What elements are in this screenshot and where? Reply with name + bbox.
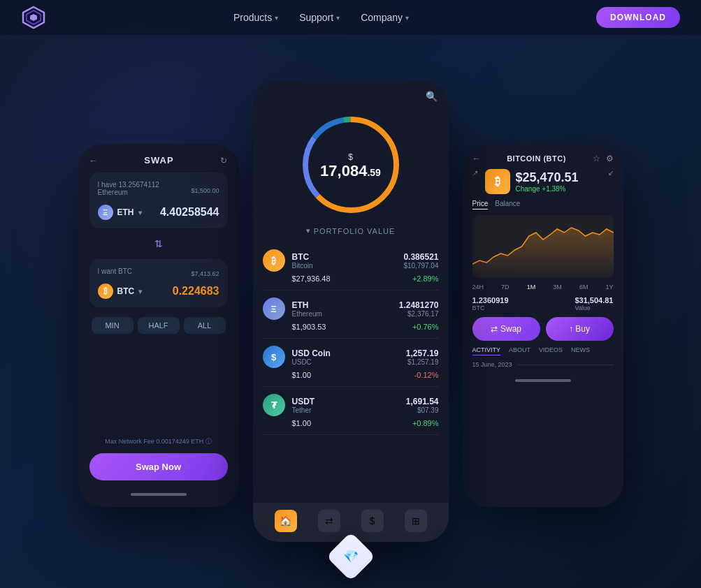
bnav-swap[interactable]: ⇄ (318, 510, 340, 532)
btc-amount: 0.224683 (173, 285, 219, 297)
usdc-change: -0.12% (414, 371, 439, 379)
usdt-price: $1.00 (292, 419, 312, 427)
swap-want-card: I want BTC $7,413.62 ₿ BTC ▾ 0.224683 (89, 259, 228, 307)
download-button[interactable]: DOWNLOAD (596, 7, 680, 28)
tab-price[interactable]: Price (472, 200, 489, 210)
activity-date-row: 15 June, 2023 (472, 361, 614, 368)
usdt-fiat-amount: $07.39 (406, 406, 439, 414)
nav-products[interactable]: Products ▾ (233, 12, 278, 23)
chevron-down-icon: ▾ (275, 14, 278, 22)
min-button[interactable]: MIN (92, 317, 133, 334)
nav-support[interactable]: Support ▾ (299, 12, 340, 23)
half-button[interactable]: HALF (138, 317, 180, 334)
bitcoin-detail-phone: ← BITCOIN (BTC) ☆ ⚙ ↗ ₿ $25,470.51 (463, 144, 623, 507)
bnav-grid[interactable]: ⊞ (405, 510, 427, 532)
want-label: I want BTC (98, 267, 132, 275)
usdt-name: USDT (292, 397, 399, 406)
activity-tab-bar: ACTIVITY ABOUT VIDEOS NEWS (472, 346, 614, 355)
btc-current-price: $25,470.51 (516, 171, 579, 184)
swap-arrows-icon: ⇄ (491, 324, 498, 334)
bnav-home[interactable]: 🏠 (275, 510, 297, 532)
activity-divider (518, 365, 614, 365)
filter-6m[interactable]: 6M (579, 284, 588, 291)
portfolio-value-label: ▾ PORTFOLIO VALUE (306, 226, 396, 235)
usdt-asset-icon: ₮ (263, 394, 285, 416)
asset-item-btc[interactable]: ₿ BTC Bitcoin 0.386521 $10,797.04 $27,93… (263, 242, 439, 291)
portfolio-phone: 🔍 (253, 81, 449, 542)
network-fee: Max Network Fee 0.00174249 ETH ⓘ (89, 437, 228, 446)
filter-24h[interactable]: 24H (472, 284, 484, 291)
usdt-crypto-amount: 1,691.54 (406, 397, 439, 406)
asset-list: ₿ BTC Bitcoin 0.386521 $10,797.04 $27,93… (253, 242, 449, 503)
nav-company[interactable]: Company ▾ (361, 12, 409, 23)
usdc-name: USD Coin (292, 348, 399, 358)
main-content: ← SWAP ↻ I have 13.25674112 Ethereum $1,… (0, 35, 701, 588)
btc-dropdown-arrow[interactable]: ▾ (138, 288, 142, 295)
donut-chart: $ 17,084.59 (295, 109, 407, 221)
swap-phone: ← SWAP ↻ I have 13.25674112 Ethereum $1,… (78, 144, 239, 507)
filter-3m[interactable]: 3M (553, 284, 562, 291)
btc-large-icon: ₿ (485, 169, 510, 194)
btc-change: +2.89% (412, 274, 439, 283)
filter-1y[interactable]: 1Y (605, 284, 613, 291)
portfolio-value-display: $ 17,084.59 (320, 150, 381, 179)
btc-coin-title: BITCOIN (BTC) (507, 154, 566, 163)
btc-swap-button[interactable]: ⇄ Swap (472, 317, 540, 341)
back-arrow-icon[interactable]: ← (472, 154, 481, 163)
back-icon[interactable]: ← (89, 156, 98, 166)
btc-asset-icon: ₿ (263, 249, 285, 272)
all-button[interactable]: ALL (184, 317, 226, 334)
tab-videos[interactable]: VIDEOS (539, 346, 563, 355)
btc-price-area: ↗ ₿ $25,470.51 Change +1.38% ↙ (472, 169, 614, 194)
chevron-down-icon: ▾ (405, 14, 409, 22)
btc-change-pct: Change +1.38% (516, 185, 579, 193)
expand-icon[interactable]: ↗ (472, 169, 478, 177)
filter-7d[interactable]: 7D (501, 284, 510, 291)
have-usd: $1,500.00 (191, 187, 219, 194)
collapse-icon[interactable]: ↙ (608, 169, 614, 177)
tab-about[interactable]: ABOUT (509, 346, 530, 355)
home-indicator (131, 493, 187, 496)
asset-item-usdc[interactable]: $ USD Coin USDC 1,257.19 $1,257.19 $1.00… (263, 339, 439, 387)
btc-name: BTC (292, 252, 397, 262)
btc-price-chart (472, 215, 614, 278)
btc-coin-icon: ₿ (98, 284, 113, 299)
settings-icon[interactable]: ⚙ (606, 154, 614, 163)
swap-title: SWAP (144, 155, 173, 166)
btc-crypto-amount: 0.386521 (403, 252, 438, 262)
btc-holdings-label: BTC (472, 304, 509, 311)
tab-balance[interactable]: Balance (495, 200, 520, 210)
portfolio-header: 🔍 (253, 81, 449, 102)
btc-buy-button[interactable]: ↑ Buy (546, 317, 614, 341)
swap-now-button[interactable]: Swap Now (89, 453, 228, 480)
search-icon[interactable]: 🔍 (426, 91, 438, 102)
dropdown-arrow[interactable]: ▾ (138, 209, 142, 216)
eth-amount: 4.40258544 (160, 206, 219, 219)
chevron-down-icon: ▾ (336, 14, 340, 22)
tab-news[interactable]: NEWS (571, 346, 590, 355)
tab-activity[interactable]: ACTIVITY (472, 346, 501, 355)
btc-symbol: BTC (117, 286, 135, 296)
bnav-wallet[interactable]: $ (361, 510, 384, 532)
eth-price: $1,903.53 (292, 323, 326, 331)
eth-symbol: ETH (117, 207, 134, 217)
swap-direction-icon[interactable]: ⇅ (89, 235, 228, 252)
want-usd: $7,413.62 (191, 270, 219, 277)
filter-1m[interactable]: 1M (527, 284, 536, 291)
btc-fullname: Bitcoin (292, 262, 397, 270)
btc-action-buttons: ⇄ Swap ↑ Buy (472, 317, 614, 341)
usdt-change: +0.89% (412, 419, 439, 427)
have-label: I have 13.25674112 Ethereum (98, 181, 191, 196)
asset-item-usdt[interactable]: ₮ USDT Tether 1,691.54 $07.39 $1.00 +0.8… (263, 387, 439, 435)
logo[interactable] (21, 5, 46, 30)
navbar: Products ▾ Support ▾ Company ▾ DOWNLOAD (0, 0, 701, 35)
refresh-icon[interactable]: ↻ (220, 156, 227, 166)
btc-detail-header: ← BITCOIN (BTC) ☆ ⚙ (472, 154, 614, 163)
asset-item-eth[interactable]: Ξ ETH Ethereum 1.2481270 $2,376.17 $1,90… (263, 291, 439, 339)
grid-icon: ⊞ (405, 510, 427, 532)
usdc-crypto-amount: 1,257.19 (406, 348, 439, 358)
star-icon[interactable]: ☆ (593, 154, 600, 163)
eth-change: +0.76% (412, 323, 439, 331)
btc-total-value: $31,504.81 (574, 296, 613, 304)
home-indicator-right (515, 379, 571, 382)
